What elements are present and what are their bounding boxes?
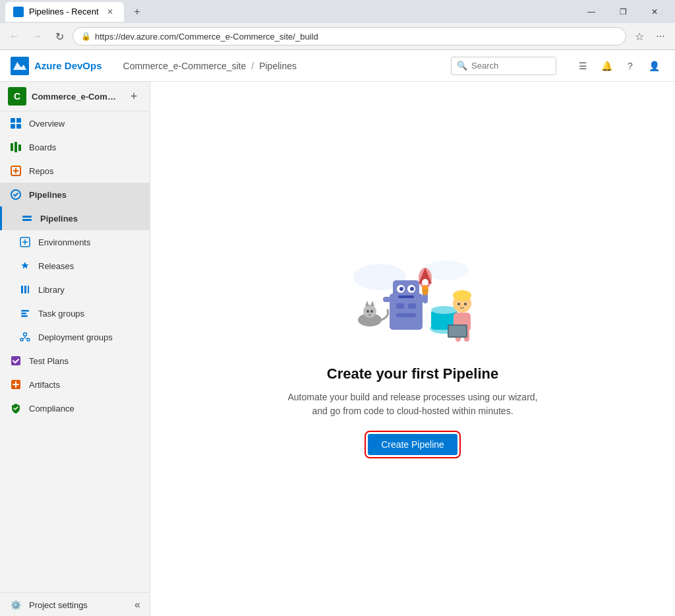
empty-state-heading: Create your first Pipeline <box>327 365 498 383</box>
sidebar-item-library[interactable]: Library <box>0 278 150 301</box>
address-bar[interactable]: 🔒 https://dev.azure.com/Commerce_e-Comme… <box>73 27 626 46</box>
sidebar-item-releases[interactable]: Releases <box>0 254 150 278</box>
sidebar-label-releases: Releases <box>38 261 74 271</box>
svg-rect-14 <box>21 286 23 293</box>
empty-state: Create your first Pipeline Automate your… <box>281 244 544 455</box>
svg-point-58 <box>453 290 471 301</box>
svg-rect-11 <box>22 216 32 218</box>
sidebar-label-task-groups: Task groups <box>38 309 84 319</box>
breadcrumb-page: Pipelines <box>259 61 297 71</box>
sidebar-label-repos: Repos <box>29 166 54 176</box>
refresh-button[interactable]: ↻ <box>50 27 69 46</box>
empty-illustration <box>340 244 485 350</box>
create-pipeline-button[interactable]: Create Pipeline <box>368 434 457 455</box>
task-groups-icon <box>18 307 32 320</box>
svg-rect-45 <box>396 303 404 309</box>
sidebar-label-deployment-groups: Deployment groups <box>38 332 113 342</box>
svg-point-43 <box>422 279 428 286</box>
sidebar-item-repos[interactable]: Repos <box>0 159 150 183</box>
sidebar-label-test-plans: Test Plans <box>29 356 69 366</box>
sidebar-item-boards[interactable]: Boards <box>0 135 150 159</box>
add-project-button[interactable]: + <box>126 88 142 104</box>
svg-rect-8 <box>18 144 21 151</box>
library-icon <box>18 283 32 296</box>
svg-point-28 <box>363 305 376 318</box>
overview-icon <box>9 117 22 130</box>
svg-rect-5 <box>16 124 21 129</box>
svg-rect-48 <box>383 297 391 302</box>
url-text: https://dev.azure.com/Commerce_e-Commerc… <box>95 32 318 42</box>
list-icon[interactable]: ☰ <box>572 55 593 77</box>
search-box[interactable]: 🔍 <box>451 57 556 75</box>
sidebar-item-artifacts[interactable]: Artifacts <box>0 373 150 396</box>
main-content: Create your first Pipeline Automate your… <box>150 82 675 616</box>
azure-devops-logo[interactable]: Azure DevOps <box>11 57 102 75</box>
svg-rect-15 <box>24 286 26 293</box>
svg-rect-4 <box>11 124 15 129</box>
breadcrumb: Commerce_e-Commerce_site / Pipelines <box>123 61 297 71</box>
sidebar-label-pipelines-sub: Pipelines <box>40 214 78 224</box>
user-icon[interactable]: 👤 <box>643 55 664 77</box>
pipelines-icon <box>9 188 22 201</box>
notifications-icon[interactable]: 🔔 <box>596 55 617 77</box>
breadcrumb-separator: / <box>251 61 254 71</box>
svg-point-38 <box>410 287 414 291</box>
maximize-button[interactable]: ❐ <box>608 0 638 23</box>
tab-favicon <box>13 7 24 17</box>
sidebar-item-overview[interactable]: Overview <box>0 111 150 135</box>
svg-rect-3 <box>16 118 21 123</box>
svg-point-37 <box>399 287 403 291</box>
settings-icon: ⚙️ <box>9 598 22 611</box>
sidebar-item-deployment-groups[interactable]: Deployment groups <box>0 325 150 349</box>
help-icon[interactable]: ? <box>620 55 641 77</box>
deployment-groups-icon <box>18 330 32 344</box>
svg-rect-16 <box>28 286 29 293</box>
svg-point-22 <box>27 338 30 341</box>
repos-icon <box>9 164 22 177</box>
sidebar-item-project-settings[interactable]: ⚙️ Project settings « <box>0 593 150 616</box>
svg-rect-19 <box>21 315 28 317</box>
logo-text: Azure DevOps <box>34 60 102 71</box>
sidebar-item-pipelines-sub[interactable]: Pipelines <box>0 206 150 230</box>
sidebar-item-task-groups[interactable]: Task groups <box>0 301 150 325</box>
more-button[interactable]: ··· <box>651 27 670 46</box>
svg-marker-30 <box>370 301 374 306</box>
favorites-button[interactable]: ☆ <box>630 27 649 46</box>
svg-point-59 <box>457 303 460 305</box>
sidebar-label-overview: Overview <box>29 119 65 129</box>
minimize-button[interactable]: — <box>576 0 606 23</box>
close-button[interactable]: ✕ <box>639 0 670 23</box>
sidebar-item-compliance[interactable]: Compliance <box>0 396 150 420</box>
back-button[interactable]: ← <box>5 27 24 46</box>
svg-rect-46 <box>408 303 416 309</box>
compliance-icon <box>9 402 22 415</box>
new-tab-button[interactable]: + <box>128 3 146 21</box>
search-input[interactable] <box>471 61 550 71</box>
sidebar-label-artifacts: Artifacts <box>29 380 60 390</box>
collapse-icon[interactable]: « <box>134 599 140 611</box>
boards-icon <box>9 140 22 154</box>
sidebar-label-compliance: Compliance <box>29 404 74 414</box>
tab-close-icon[interactable]: ✕ <box>107 7 113 16</box>
sidebar-label-boards: Boards <box>29 142 56 152</box>
forward-button[interactable]: → <box>28 27 46 46</box>
sidebar-item-test-plans[interactable]: Test Plans <box>0 349 150 373</box>
lock-icon: 🔒 <box>81 32 91 41</box>
svg-point-32 <box>370 310 373 313</box>
sidebar-item-pipelines[interactable]: Pipelines <box>0 183 150 206</box>
sidebar-label-environments: Environments <box>38 237 90 247</box>
svg-rect-2 <box>11 118 15 123</box>
svg-point-31 <box>367 310 369 313</box>
window-controls: — ❐ ✕ <box>576 0 670 23</box>
svg-rect-57 <box>449 326 466 336</box>
svg-point-60 <box>464 303 467 305</box>
releases-icon <box>18 259 32 272</box>
sidebar-label-library: Library <box>38 285 65 295</box>
search-icon: 🔍 <box>457 61 467 71</box>
browser-tab[interactable]: Pipelines - Recent ✕ <box>5 2 124 22</box>
svg-rect-0 <box>15 9 22 15</box>
svg-rect-7 <box>15 142 17 152</box>
sidebar-item-environments[interactable]: Environments <box>0 230 150 254</box>
svg-rect-12 <box>22 219 32 221</box>
sidebar-label-pipelines: Pipelines <box>29 190 67 200</box>
